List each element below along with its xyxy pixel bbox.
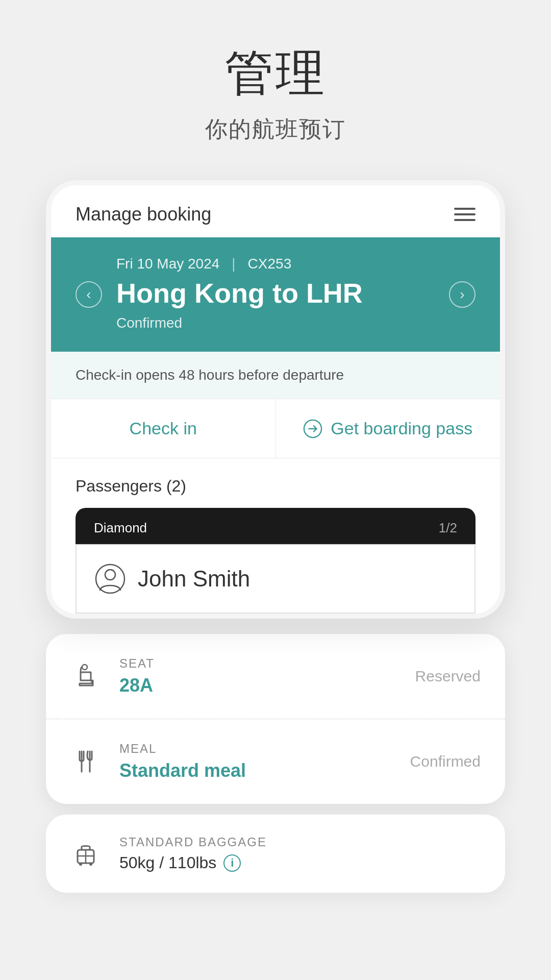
separator: | bbox=[232, 256, 235, 272]
card-header-title: Manage booking bbox=[76, 204, 211, 225]
passenger-card-header: Diamond 1/2 bbox=[76, 508, 475, 544]
hamburger-line-3 bbox=[454, 219, 475, 221]
baggage-row: STANDARD BAGGAGE 50kg / 110lbs i bbox=[46, 815, 505, 893]
baggage-icon bbox=[70, 841, 101, 867]
flight-status: Confirmed bbox=[116, 315, 435, 331]
svg-point-9 bbox=[79, 863, 82, 866]
prev-flight-button[interactable]: ‹ bbox=[76, 281, 102, 308]
menu-button[interactable] bbox=[454, 208, 475, 221]
baggage-weight: 50kg / 110lbs bbox=[119, 853, 216, 872]
svg-point-3 bbox=[82, 665, 87, 670]
passenger-info: John Smith bbox=[76, 544, 475, 614]
meal-label: MEAL bbox=[119, 742, 392, 756]
flight-date-info: Fri 10 May 2024 | CX253 bbox=[116, 256, 435, 272]
checkin-button[interactable]: Check in bbox=[51, 399, 276, 458]
passenger-card-page: 1/2 bbox=[439, 520, 457, 536]
hero-title: 管理 bbox=[224, 41, 327, 107]
hamburger-line-2 bbox=[454, 213, 475, 215]
services-card: SEAT 28A Reserved MEAL Standard meal Con… bbox=[46, 634, 505, 804]
flight-number: CX253 bbox=[248, 256, 292, 272]
hamburger-line-1 bbox=[454, 208, 475, 210]
meal-icon bbox=[70, 748, 101, 775]
seat-status: Reserved bbox=[415, 668, 481, 685]
svg-point-2 bbox=[105, 570, 115, 580]
next-flight-button[interactable]: › bbox=[449, 281, 475, 308]
baggage-content: STANDARD BAGGAGE 50kg / 110lbs i bbox=[119, 835, 481, 872]
baggage-card: STANDARD BAGGAGE 50kg / 110lbs i bbox=[46, 814, 505, 893]
seat-row: SEAT 28A Reserved bbox=[46, 634, 505, 719]
baggage-value: 50kg / 110lbs i bbox=[119, 853, 481, 872]
hero-subtitle: 你的航班预订 bbox=[205, 114, 346, 144]
checkin-info: Check-in opens 48 hours before departure bbox=[51, 352, 500, 399]
main-card-container: Manage booking ‹ Fri 10 May 2024 | CX253… bbox=[46, 180, 505, 619]
seat-content: SEAT 28A bbox=[119, 656, 397, 696]
flight-date: Fri 10 May 2024 bbox=[116, 256, 219, 272]
meal-status: Confirmed bbox=[410, 753, 481, 770]
seat-label: SEAT bbox=[119, 656, 397, 671]
passenger-avatar-icon bbox=[95, 564, 126, 594]
action-buttons: Check in Get boarding pass bbox=[51, 399, 500, 458]
card-header: Manage booking bbox=[51, 185, 500, 237]
seat-icon bbox=[70, 663, 101, 690]
boarding-pass-icon bbox=[303, 419, 322, 438]
flight-route: Hong Kong to LHR bbox=[116, 277, 435, 309]
meal-content: MEAL Standard meal bbox=[119, 742, 392, 781]
baggage-info-button[interactable]: i bbox=[223, 854, 241, 872]
passenger-tier: Diamond bbox=[94, 520, 147, 536]
flight-banner: ‹ Fri 10 May 2024 | CX253 Hong Kong to L… bbox=[51, 237, 500, 352]
passengers-section: Passengers (2) Diamond 1/2 John Smith bbox=[51, 458, 500, 614]
boarding-pass-label: Get boarding pass bbox=[331, 419, 472, 438]
meal-value: Standard meal bbox=[119, 760, 392, 781]
passenger-name: John Smith bbox=[138, 566, 250, 592]
passengers-label: Passengers (2) bbox=[76, 477, 475, 496]
meal-row: MEAL Standard meal Confirmed bbox=[46, 719, 505, 804]
seat-value: 28A bbox=[119, 675, 397, 696]
checkin-label: Check in bbox=[130, 419, 197, 438]
baggage-label: STANDARD BAGGAGE bbox=[119, 835, 481, 849]
boarding-pass-button[interactable]: Get boarding pass bbox=[276, 399, 500, 458]
booking-card: Manage booking ‹ Fri 10 May 2024 | CX253… bbox=[51, 185, 500, 614]
svg-point-10 bbox=[89, 863, 92, 866]
